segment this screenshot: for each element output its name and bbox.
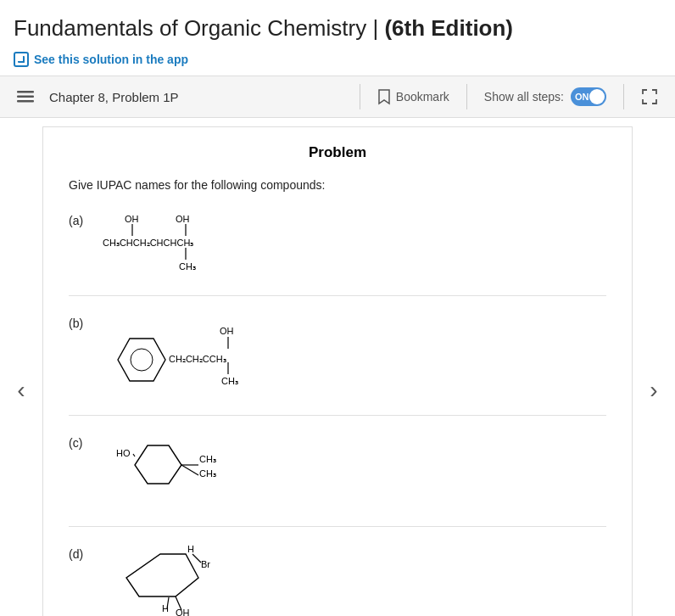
svg-text:OH: OH xyxy=(220,326,234,336)
page-header: Fundamentals of Organic Chemistry | (6th… xyxy=(0,0,675,48)
svg-text:Br: Br xyxy=(201,559,210,569)
phone-icon xyxy=(14,52,29,67)
show-steps-label: Show all steps: xyxy=(484,90,564,104)
svg-rect-1 xyxy=(17,96,34,98)
toggle-state-label: ON xyxy=(575,92,589,102)
problem-title: Problem xyxy=(69,144,606,161)
svg-line-27 xyxy=(192,554,201,563)
toolbar-divider-1 xyxy=(360,84,360,109)
compound-a-label: (a) xyxy=(69,210,94,227)
svg-text:H: H xyxy=(187,544,194,554)
svg-text:CH₃: CH₃ xyxy=(199,454,216,464)
svg-line-19 xyxy=(133,454,135,456)
compound-b-structure: CH₂CH₂CCH₃ OH CH₃ xyxy=(101,313,271,398)
svg-text:OH: OH xyxy=(176,214,190,224)
svg-text:CH₃: CH₃ xyxy=(221,376,238,386)
svg-rect-0 xyxy=(17,91,34,93)
steps-toggle[interactable]: ON xyxy=(571,87,606,106)
chapter-label: Chapter 8, Problem 1P xyxy=(41,90,353,104)
svg-marker-18 xyxy=(135,445,181,484)
prev-arrow[interactable]: ‹ xyxy=(0,118,42,616)
svg-text:CH₃CHCH₂CHCHCH₃: CH₃CHCH₂CHCHCH₃ xyxy=(103,238,193,248)
app-link[interactable]: See this solution in the app xyxy=(0,48,675,76)
toolbar-divider-2 xyxy=(466,84,467,109)
compound-c-structure: HO CH₃ CH₃ xyxy=(101,433,254,509)
divider-c-d xyxy=(69,526,606,527)
next-arrow[interactable]: › xyxy=(633,118,675,616)
content-area: ‹ Problem Give IUPAC names for the follo… xyxy=(0,118,675,616)
compound-d: (d) H Br H OH xyxy=(69,537,606,616)
problem-card: Problem Give IUPAC names for the followi… xyxy=(42,126,633,616)
svg-point-11 xyxy=(131,349,153,371)
compound-d-structure: H Br H OH xyxy=(101,544,254,616)
bookmark-button[interactable]: Bookmark xyxy=(367,88,460,105)
compound-a: (a) OH OH CH₃CHCH₂CHCHCH₃ CH₃ xyxy=(69,204,606,285)
toggle-track[interactable]: ON xyxy=(571,87,606,106)
divider-b-c xyxy=(69,415,606,416)
compound-c: (c) HO CH₃ CH₃ xyxy=(69,426,606,516)
svg-marker-10 xyxy=(118,339,165,381)
svg-text:CH₃: CH₃ xyxy=(199,468,216,479)
svg-line-23 xyxy=(181,465,198,475)
bookmark-label: Bookmark xyxy=(396,90,449,104)
svg-text:CH₂CH₂CCH₃: CH₂CH₂CCH₃ xyxy=(169,354,226,364)
svg-text:OH: OH xyxy=(125,214,139,224)
svg-rect-2 xyxy=(17,100,34,103)
expand-button[interactable] xyxy=(634,81,665,112)
compound-b-label: (b) xyxy=(69,313,94,330)
svg-marker-24 xyxy=(126,554,198,596)
svg-text:HO: HO xyxy=(116,448,131,458)
page-title: Fundamentals of Organic Chemistry | (6th… xyxy=(14,15,661,42)
compound-a-structure: OH OH CH₃CHCH₂CHCHCH₃ CH₃ xyxy=(101,210,304,278)
svg-text:OH: OH xyxy=(176,608,190,616)
app-link-label: See this solution in the app xyxy=(34,53,188,66)
compound-b: (b) CH₂CH₂CCH₃ OH CH₃ xyxy=(69,306,606,405)
svg-text:CH₃: CH₃ xyxy=(179,261,196,272)
compound-c-label: (c) xyxy=(69,433,94,450)
toggle-thumb xyxy=(589,89,605,104)
divider-a-b xyxy=(69,295,606,296)
toolbar-divider-3 xyxy=(623,84,624,109)
menu-icon[interactable] xyxy=(10,81,41,112)
edition-text: (6th Edition) xyxy=(384,15,513,41)
title-separator: | xyxy=(372,15,384,41)
title-text: Fundamentals of Organic Chemistry xyxy=(14,15,366,41)
problem-instruction: Give IUPAC names for the following compo… xyxy=(69,178,606,192)
compound-d-label: (d) xyxy=(69,544,94,561)
toolbar: Chapter 8, Problem 1P Bookmark Show all … xyxy=(0,76,675,118)
show-steps-control: Show all steps: ON xyxy=(474,87,616,106)
